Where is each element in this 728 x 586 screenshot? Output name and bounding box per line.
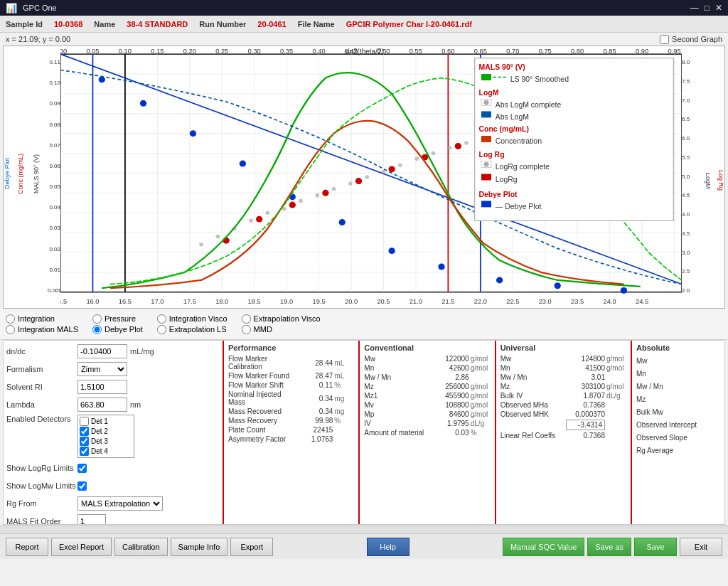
sample-info-button[interactable]: Sample Info [171, 538, 228, 556]
radio-pressure-input[interactable] [92, 314, 102, 324]
show-logrg-checkbox[interactable] [77, 464, 87, 473]
second-graph-checkbox[interactable] [660, 35, 669, 44]
table-row: Bulk Mw [636, 406, 720, 417]
enabled-detectors-row: Enabled Detectors Det 1 Det 2 Det 3 Det … [6, 415, 220, 458]
svg-point-80 [414, 157, 419, 161]
scrollbar[interactable] [0, 525, 728, 533]
close-button[interactable]: ✕ [715, 3, 722, 13]
radio-extrapolation-visco-input[interactable] [242, 314, 251, 324]
svg-point-81 [431, 151, 435, 156]
mals-fit-input[interactable] [77, 514, 106, 524]
file-name-value: GPCIR Polymer Char I-20-0461.rdf [346, 20, 472, 28]
report-button[interactable]: Report [6, 538, 48, 556]
graph-wrapper: sin2(theta/2) Debye Plot Conc (mg/mL) MA… [3, 46, 725, 309]
table-row: Flow Marker Found 28.47 mL [228, 372, 354, 380]
svg-point-131 [483, 100, 488, 105]
coordinates-display: x = 21.09; y = 0.00 [6, 35, 70, 43]
svg-text:LogRg complete: LogRg complete [496, 163, 550, 171]
table-row: Observed MHK 0.000370 [500, 410, 626, 418]
table-row: Mw [636, 355, 720, 366]
svg-text:19.0: 19.0 [280, 299, 293, 306]
absolute-rows: Mw Mn Mw / Mn Mz Bulk Mw Observed Interc… [636, 355, 720, 456]
calibration-button[interactable]: Calibration [114, 538, 168, 556]
lambda-label: Lambda [6, 400, 77, 409]
radio-integration-mals[interactable]: Integration MALS [6, 325, 78, 334]
radio-mmd[interactable]: MMD [242, 325, 321, 334]
rg-from-select[interactable]: MALS Extrapolation MALS 90 [77, 496, 163, 511]
dndc-input[interactable] [77, 344, 127, 358]
svg-text:Debye Plot: Debye Plot [478, 191, 518, 198]
radio-debye-plot[interactable]: Debye Plot [92, 325, 143, 334]
detector-group: Det 1 Det 2 Det 3 Det 4 [77, 415, 134, 458]
maximize-button[interactable]: □ [705, 3, 710, 13]
svg-point-74 [315, 193, 319, 198]
svg-text:19.5: 19.5 [313, 299, 326, 306]
svg-point-62 [388, 247, 395, 254]
radio-debye-plot-input[interactable] [92, 325, 102, 334]
y-logm-label: LogM [700, 46, 712, 308]
table-row: Rg Average [636, 444, 720, 456]
exit-button[interactable]: Exit [680, 538, 722, 556]
det2-checkbox[interactable] [80, 427, 89, 436]
table-row: Mn [636, 368, 720, 379]
det4-checkbox[interactable] [80, 447, 89, 456]
second-graph-label: Second Graph [672, 35, 722, 43]
det1-checkbox[interactable] [80, 417, 89, 426]
name-value: 38-4 STANDARD [127, 20, 188, 28]
svg-point-56 [99, 76, 105, 82]
excel-report-button[interactable]: Excel Report [51, 538, 112, 556]
svg-text:23.0: 23.0 [539, 299, 552, 306]
table-row: Mw / Mn 3.01 [500, 373, 626, 381]
export-button[interactable]: Export [230, 538, 273, 556]
table-row: Mz1 455900 g/mol [364, 392, 490, 400]
radio-integration-visco-input[interactable] [157, 314, 166, 324]
radio-extrapolation-visco[interactable]: Extrapolation Visco [242, 314, 321, 324]
window-controls: — □ ✕ [690, 3, 722, 13]
table-row: Observed Intercept [636, 419, 720, 430]
save-as-button[interactable]: Save as [587, 538, 631, 556]
show-logmw-row: Show LogMw Limits [6, 478, 220, 494]
det3-checkbox[interactable] [80, 437, 89, 446]
radio-mmd-input[interactable] [242, 325, 251, 334]
y-left-ticks: 0.110.100.090.080.070.060.050.040.030.02… [48, 46, 60, 308]
svg-rect-126 [481, 74, 491, 80]
solvent-ri-input[interactable] [77, 380, 127, 394]
table-row: Flow Marker Shift 0.11 % [228, 381, 354, 389]
svg-text:Concentration: Concentration [496, 137, 542, 145]
plot-area[interactable]: 0.00 0.05 0.10 0.15 0.20 0.25 0.30 0.35 … [60, 46, 682, 308]
chart-svg: 0.00 0.05 0.10 0.15 0.20 0.25 0.30 0.35 … [60, 46, 682, 308]
radio-integration-input[interactable] [6, 314, 15, 324]
formalism-select[interactable]: Zimm Berry Zimm-2 [77, 362, 127, 376]
svg-point-75 [332, 187, 336, 191]
radio-integration-mals-input[interactable] [6, 325, 15, 334]
table-row: Mw 122000 g/mol [364, 355, 490, 363]
main-content: dn/dc mL/mg Formalism Zimm Berry Zimm-2 … [3, 340, 725, 525]
radio-pressure[interactable]: Pressure [92, 314, 143, 324]
solvent-ri-label: Solvent RI [6, 383, 77, 391]
radio-integration[interactable]: Integration [6, 314, 78, 324]
manual-sqc-button[interactable]: Manual SQC Value [503, 538, 584, 556]
save-button[interactable]: Save [634, 538, 677, 556]
lambda-input[interactable] [77, 398, 127, 412]
formalism-row: Formalism Zimm Berry Zimm-2 [6, 361, 220, 377]
y-debye-label: Debye Plot [4, 46, 17, 308]
lambda-row: Lambda nm [6, 397, 220, 412]
minimize-button[interactable]: — [690, 3, 699, 13]
det4-row: Det 4 [80, 447, 132, 456]
performance-panel: Performance Flow Marker Calibration 28.4… [224, 341, 360, 524]
radio-extrapolation-ls-input[interactable] [157, 325, 166, 334]
svg-point-99 [322, 190, 328, 196]
svg-point-58 [190, 130, 196, 137]
app-icon: 📊 [6, 3, 17, 14]
conventional-rows: Mw 122000 g/mol Mn 42600 g/mol Mw / Mn 2… [364, 355, 490, 437]
svg-point-65 [555, 282, 561, 289]
show-logmw-checkbox[interactable] [77, 481, 87, 491]
radio-integration-visco[interactable]: Integration Visco [157, 314, 228, 324]
dndc-row: dn/dc mL/mg [6, 343, 220, 359]
radio-extrapolation-ls[interactable]: Extrapolation LS [157, 325, 228, 334]
svg-text:16.5: 16.5 [119, 299, 132, 306]
help-button[interactable]: Help [367, 538, 410, 556]
sample-id-value: 10-0368 [54, 20, 82, 28]
performance-rows: Flow Marker Calibration 28.44 mL Flow Ma… [228, 355, 354, 443]
lambda-unit: nm [130, 400, 141, 409]
